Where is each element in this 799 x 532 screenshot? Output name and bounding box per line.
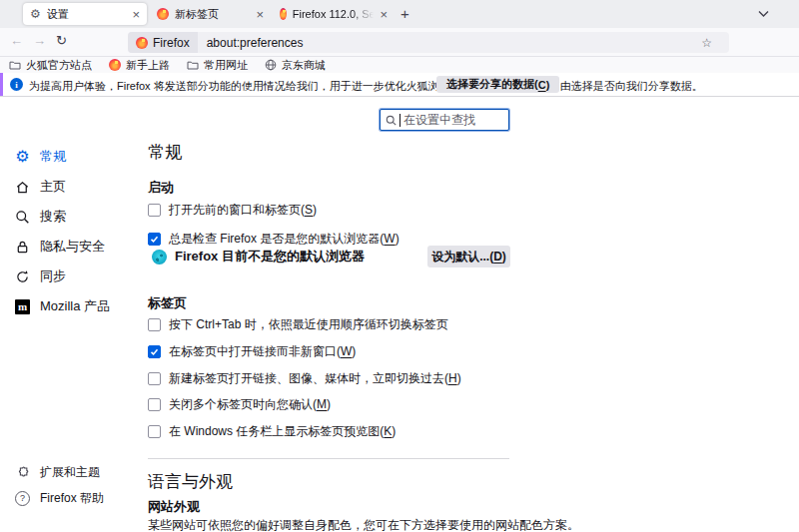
checkbox-label[interactable]: 关闭多个标签页时向您确认(M)	[169, 396, 331, 413]
tab-settings[interactable]: ⚙ 设置 ×	[23, 3, 147, 25]
firefox-icon	[136, 37, 148, 49]
sidebar-item-home[interactable]: 主页	[14, 172, 139, 202]
gear-icon: ⚙	[14, 149, 31, 165]
checkbox-unchecked[interactable]	[148, 318, 161, 331]
check-icon	[150, 235, 159, 244]
checkbox-checked[interactable]	[148, 345, 161, 358]
page-title: 常规	[148, 141, 182, 164]
sidebar-item-mozilla-products[interactable]: m Mozilla 产品	[14, 291, 139, 321]
checkbox-label[interactable]: 按下 Ctrl+Tab 时，依照最近使用顺序循环切换标签页	[169, 316, 448, 333]
bookmark-label: 京东商城	[282, 58, 326, 73]
firefox-window: ⚙ 设置 × 新标签页 × Firefox 112.0, See All New…	[0, 0, 799, 532]
folder-icon	[187, 60, 199, 70]
globe-icon	[265, 59, 277, 71]
checkbox-row: 在标签页中打开链接而非新窗口(W)	[148, 343, 356, 360]
subsection-header-website-appearance: 网站外观	[148, 498, 200, 516]
sidebar-item-label: 扩展和主题	[40, 464, 100, 481]
sidebar-item-label: 隐私与安全	[40, 238, 105, 256]
checkbox-label[interactable]: 新建标签页打开链接、图像、媒体时，立即切换过去(H)	[169, 370, 461, 387]
sidebar-item-search[interactable]: 搜索	[14, 202, 139, 232]
mozilla-icon: m	[14, 299, 31, 314]
choose-data-button[interactable]: 选择要分享的数据(C)	[436, 76, 559, 93]
sidebar-item-label: Firefox 帮助	[40, 490, 104, 507]
sidebar-item-label: 同步	[40, 267, 66, 285]
tab-new-tab[interactable]: 新标签页 ×	[150, 3, 271, 25]
notification-text: 为提高用户体验，Firefox 将发送部分功能的使用情况给我们，用于进一步优化火…	[29, 79, 703, 94]
sidebar-item-label: 搜索	[40, 208, 66, 226]
new-tab-button[interactable]: +	[400, 5, 409, 22]
sidebar-item-firefox-help[interactable]: ? Firefox 帮助	[14, 485, 139, 511]
search-icon	[386, 115, 397, 126]
bookmarks-toolbar: 火狐官方站点 新手上路 常用网址 京东商城	[0, 57, 799, 73]
checkbox-row: 按下 Ctrl+Tab 时，依照最近使用顺序循环切换标签页	[148, 316, 448, 333]
close-icon[interactable]: ×	[380, 8, 388, 21]
notification-accent	[0, 73, 3, 96]
forward-icon[interactable]: →	[33, 34, 46, 47]
bookmark-label: 常用网址	[204, 58, 248, 73]
checkbox-unchecked[interactable]	[148, 398, 161, 411]
lock-icon	[14, 240, 31, 255]
checkbox-label[interactable]: 打开先前的窗口和标签页(S)	[169, 202, 317, 219]
gear-icon: ⚙	[30, 8, 41, 20]
sidebar-item-label: Mozilla 产品	[40, 297, 110, 315]
firefox-icon	[157, 8, 169, 20]
address-bar[interactable]: Firefox about:preferences ☆	[128, 32, 729, 53]
checkbox-row: 关闭多个标签页时向您确认(M)	[148, 396, 331, 413]
close-icon[interactable]: ×	[132, 8, 140, 21]
chevron-down-icon[interactable]	[758, 10, 769, 18]
section-header-startup: 启动	[148, 179, 174, 197]
close-icon[interactable]: ×	[256, 8, 264, 21]
checkbox-row: 打开先前的窗口和标签页(S)	[148, 202, 317, 219]
notification-bar: i 为提高用户体验，Firefox 将发送部分功能的使用情况给我们，用于进一步优…	[0, 73, 799, 97]
sidebar-item-privacy-security[interactable]: 隐私与安全	[14, 232, 139, 262]
sync-icon	[14, 269, 31, 284]
tab-bar: ⚙ 设置 × 新标签页 × Firefox 112.0, See All New…	[0, 0, 799, 28]
checkbox-unchecked[interactable]	[148, 372, 161, 385]
reload-icon[interactable]: ↻	[56, 34, 67, 47]
sidebar-item-general[interactable]: ⚙ 常规	[14, 142, 139, 172]
tab-title: 新标签页	[175, 7, 219, 22]
settings-search-input[interactable]: 在设置中查找	[380, 109, 509, 131]
section-header-tabs: 标签页	[148, 294, 187, 312]
bookmark-item[interactable]: 常用网址	[187, 58, 248, 73]
sidebar-item-extensions-themes[interactable]: 扩展和主题	[14, 459, 139, 485]
navigation-toolbar: ← → ↻ Firefox about:preferences ☆	[0, 28, 799, 57]
default-browser-text: Firefox 目前不是您的默认浏览器	[175, 248, 365, 266]
section-title-language-appearance: 语言与外观	[148, 470, 233, 493]
search-icon	[14, 210, 31, 225]
checkbox-row: 在 Windows 任务栏上显示标签页预览图(K)	[148, 423, 396, 440]
tab-firefox-release-notes[interactable]: Firefox 112.0, See All New Fe ×	[273, 3, 395, 25]
sidebar-item-sync[interactable]: 同步	[14, 262, 139, 291]
website-appearance-description: 某些网站可依照您的偏好调整自身配色，您可在下方选择要使用的网站配色方案。	[148, 517, 579, 532]
back-icon[interactable]: ←	[10, 34, 23, 47]
home-icon	[14, 180, 31, 195]
firefox-icon	[280, 8, 287, 20]
checkbox-unchecked[interactable]	[148, 425, 161, 438]
tab-title: 设置	[47, 7, 69, 22]
checkbox-label[interactable]: 总是检查 Firefox 是否是您的默认浏览器(W)	[169, 231, 400, 248]
url-text[interactable]: about:preferences	[207, 36, 304, 50]
identity-label: Firefox	[153, 36, 190, 50]
bookmark-item[interactable]: 新手上路	[109, 58, 170, 73]
checkbox-row: 新建标签页打开链接、图像、媒体时，立即切换过去(H)	[148, 370, 461, 387]
checkbox-unchecked[interactable]	[148, 204, 161, 217]
bookmark-label: 火狐官方站点	[26, 58, 92, 73]
folder-icon	[9, 60, 21, 70]
identity-chip[interactable]: Firefox	[128, 32, 198, 53]
check-icon	[150, 347, 159, 356]
checkbox-label[interactable]: 在 Windows 任务栏上显示标签页预览图(K)	[169, 423, 396, 440]
bookmark-item[interactable]: 火狐官方站点	[9, 58, 92, 73]
checkbox-label[interactable]: 在标签页中打开链接而非新窗口(W)	[169, 343, 356, 360]
bookmark-item[interactable]: 京东商城	[265, 58, 326, 73]
search-placeholder: 在设置中查找	[403, 112, 475, 129]
section-divider	[148, 458, 509, 459]
text-caret	[400, 114, 400, 127]
bookmark-label: 新手上路	[126, 58, 170, 73]
help-icon: ?	[14, 491, 31, 506]
sidebar-item-label: 主页	[40, 178, 66, 196]
puzzle-icon	[14, 465, 31, 479]
make-default-button[interactable]: 设为默认...(D)	[427, 246, 510, 267]
bookmark-star-icon[interactable]: ☆	[701, 36, 712, 50]
checkbox-checked[interactable]	[148, 233, 161, 246]
default-browser-status: Firefox 目前不是您的默认浏览器	[152, 248, 365, 266]
